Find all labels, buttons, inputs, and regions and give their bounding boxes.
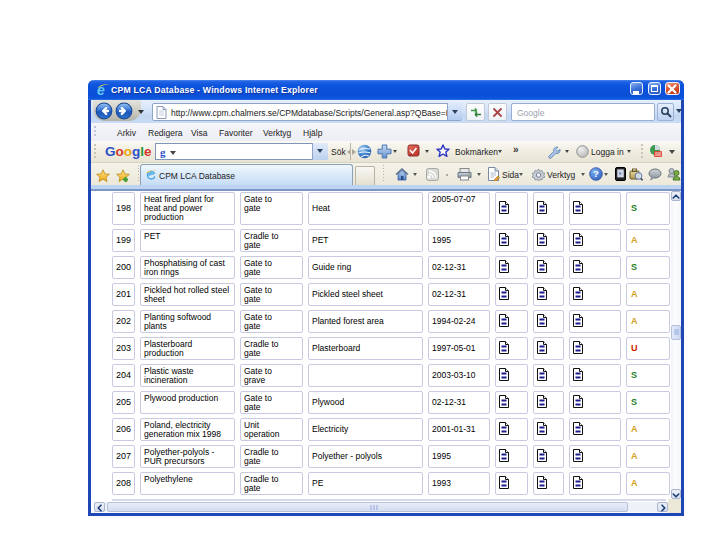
- svg-text:?: ?: [593, 168, 599, 179]
- svg-text:e: e: [97, 82, 105, 97]
